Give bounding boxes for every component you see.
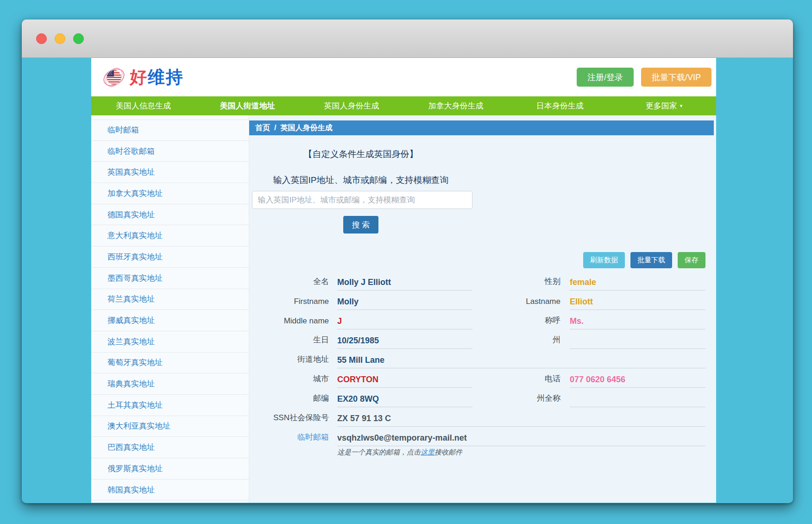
register-login-button[interactable]: 注册/登录 bbox=[577, 68, 634, 87]
sidebar-item[interactable]: 波兰真实地址 bbox=[91, 331, 249, 353]
field-label: 全名 bbox=[249, 276, 329, 290]
close-button[interactable] bbox=[36, 33, 47, 44]
search-button[interactable]: 搜 索 bbox=[343, 216, 378, 234]
breadcrumb: 首页 / 英国人身份生成 bbox=[249, 120, 714, 135]
nav-item[interactable]: 日本身份生成 bbox=[508, 96, 612, 115]
field-label: 性别 bbox=[482, 276, 560, 290]
chevron-down-icon: ▾ bbox=[680, 103, 683, 108]
nav-item-label: 美国人信息生成 bbox=[116, 101, 171, 111]
sidebar-item[interactable]: 英国真实地址 bbox=[91, 162, 249, 183]
main-content: 首页 / 英国人身份生成 【自定义条件生成英国身份】 输入英国IP地址、城市或邮… bbox=[249, 115, 716, 503]
section-title: 【自定义条件生成英国身份】 bbox=[249, 148, 472, 160]
nav-item[interactable]: 美国人信息生成 bbox=[91, 96, 195, 115]
nav-item-label: 日本身份生成 bbox=[536, 101, 584, 111]
sidebar-item[interactable]: 加拿大真实地址 bbox=[91, 183, 249, 204]
sidebar-item[interactable]: 墨西哥真实地址 bbox=[91, 268, 249, 289]
field-label: Middle name bbox=[249, 316, 329, 329]
site-logo[interactable]: 好维持 bbox=[103, 66, 184, 89]
field-value[interactable] bbox=[570, 404, 705, 407]
field-value[interactable]: ZX 57 91 13 C bbox=[337, 414, 705, 427]
field-label: SSN社会保险号 bbox=[249, 412, 329, 427]
field-value[interactable] bbox=[570, 346, 705, 349]
sidebar-item[interactable]: 荷兰真实地址 bbox=[91, 289, 249, 310]
nav-item[interactable]: 美国人街道地址 bbox=[195, 96, 300, 115]
batch-download-button[interactable]: 批量下载 bbox=[630, 252, 672, 268]
sidebar-item[interactable]: 韩国真实地址 bbox=[91, 480, 249, 501]
form-row: Middle nameJ称呼Ms. bbox=[249, 310, 705, 329]
site-header: 好维持 注册/登录 批量下载/VIP bbox=[91, 58, 716, 96]
nav-item-label: 加拿大身份生成 bbox=[428, 101, 483, 111]
field-value[interactable]: EX20 8WQ bbox=[337, 394, 472, 407]
header-buttons: 注册/登录 批量下载/VIP bbox=[577, 68, 711, 87]
breadcrumb-home[interactable]: 首页 bbox=[255, 123, 270, 133]
field-label: Lastname bbox=[482, 297, 560, 310]
form-row: FirstnameMollyLastnameElliott bbox=[249, 290, 705, 310]
window-titlebar[interactable] bbox=[22, 19, 793, 58]
field-label: Firstname bbox=[249, 297, 329, 310]
field-label: 州全称 bbox=[482, 393, 560, 407]
sidebar-item[interactable]: 临时邮箱 bbox=[91, 120, 249, 141]
batch-download-vip-button[interactable]: 批量下载/VIP bbox=[641, 68, 711, 87]
field-value[interactable]: J bbox=[337, 316, 472, 329]
browser-window: 好维持 注册/登录 批量下载/VIP 美国人信息生成美国人街道地址英国人身份生成… bbox=[22, 19, 793, 503]
refresh-data-button[interactable]: 刷新数据 bbox=[583, 252, 625, 268]
field-label: 生日 bbox=[249, 335, 329, 349]
main-nav: 美国人信息生成美国人街道地址英国人身份生成加拿大身份生成日本身份生成更多国家▾ bbox=[91, 96, 716, 115]
sidebar-item[interactable]: 西班牙真实地址 bbox=[91, 246, 249, 268]
field-label: 城市 bbox=[249, 373, 329, 388]
field-label: 州 bbox=[482, 335, 560, 349]
field-value[interactable]: Molly J Elliott bbox=[337, 278, 472, 290]
field-value[interactable]: Molly bbox=[337, 297, 472, 310]
sidebar-item[interactable]: 瑞典真实地址 bbox=[91, 373, 249, 395]
field-value[interactable]: 10/25/1985 bbox=[337, 336, 472, 349]
sidebar-item[interactable]: 巴西真实地址 bbox=[91, 437, 249, 458]
page-background: 好维持 注册/登录 批量下载/VIP 美国人信息生成美国人街道地址英国人身份生成… bbox=[22, 58, 793, 503]
identity-form: 全名Molly J Elliott性别femaleFirstnameMollyL… bbox=[249, 271, 705, 446]
field-value[interactable]: vsqhzlws0e@temporary-mail.net bbox=[337, 433, 705, 446]
breadcrumb-separator: / bbox=[274, 124, 276, 132]
action-buttons: 刷新数据 批量下载 保存 bbox=[249, 252, 705, 268]
logo-text: 好维持 bbox=[130, 66, 184, 89]
form-row: 邮编EX20 8WQ州全称 bbox=[249, 388, 705, 407]
field-value[interactable]: Ms. bbox=[570, 316, 705, 329]
field-value[interactable]: 55 Mill Lane bbox=[337, 355, 705, 368]
form-row: 临时邮箱vsqhzlws0e@temporary-mail.net bbox=[249, 427, 705, 446]
us-flag-logo-icon bbox=[103, 66, 125, 88]
sidebar-item[interactable]: 临时谷歌邮箱 bbox=[91, 141, 249, 162]
form-row: 生日10/25/1985州 bbox=[249, 329, 705, 349]
email-note-suffix: 接收邮件 bbox=[434, 448, 462, 456]
sidebar-item[interactable]: 俄罗斯真实地址 bbox=[91, 458, 249, 480]
sidebar-item[interactable]: 葡萄牙真实地址 bbox=[91, 353, 249, 374]
email-note-prefix: 这是一个真实的邮箱，点击 bbox=[337, 448, 421, 456]
sidebar-item[interactable]: 意大利真实地址 bbox=[91, 225, 249, 246]
body-row: 临时邮箱临时谷歌邮箱英国真实地址加拿大真实地址德国真实地址意大利真实地址西班牙真… bbox=[91, 115, 716, 503]
field-label: 临时邮箱 bbox=[249, 432, 329, 446]
sidebar-item[interactable]: 澳大利亚真实地址 bbox=[91, 416, 249, 437]
search-input[interactable] bbox=[252, 191, 472, 209]
field-value[interactable]: 077 0620 6456 bbox=[570, 375, 705, 388]
search-section: 【自定义条件生成英国身份】 输入英国IP地址、城市或邮编，支持模糊查询 搜 索 bbox=[249, 148, 472, 234]
field-value[interactable]: Elliott bbox=[570, 297, 705, 310]
field-label: 称呼 bbox=[482, 315, 560, 329]
nav-item[interactable]: 更多国家▾ bbox=[612, 96, 716, 115]
form-row: 街道地址55 Mill Lane bbox=[249, 349, 705, 368]
field-value[interactable]: female bbox=[570, 278, 705, 290]
form-row: SSN社会保险号ZX 57 91 13 C bbox=[249, 407, 705, 427]
nav-item[interactable]: 加拿大身份生成 bbox=[403, 96, 508, 115]
field-value[interactable]: CORYTON bbox=[337, 375, 472, 388]
breadcrumb-current: 英国人身份生成 bbox=[280, 123, 332, 133]
save-button[interactable]: 保存 bbox=[678, 252, 705, 268]
sidebar-item[interactable]: 挪威真实地址 bbox=[91, 310, 249, 331]
section-subtitle: 输入英国IP地址、城市或邮编，支持模糊查询 bbox=[249, 174, 472, 186]
email-note-link[interactable]: 这里 bbox=[421, 448, 434, 456]
field-label: 街道地址 bbox=[249, 354, 329, 368]
nav-item[interactable]: 英国人身份生成 bbox=[300, 96, 404, 115]
field-label: 电话 bbox=[482, 373, 560, 388]
email-note: 这是一个真实的邮箱，点击这里接收邮件 bbox=[337, 448, 705, 457]
minimize-button[interactable] bbox=[55, 33, 65, 44]
nav-item-label: 英国人身份生成 bbox=[324, 101, 379, 111]
content-container: 好维持 注册/登录 批量下载/VIP 美国人信息生成美国人街道地址英国人身份生成… bbox=[91, 58, 716, 503]
zoom-button[interactable] bbox=[73, 33, 84, 44]
sidebar-item[interactable]: 德国真实地址 bbox=[91, 204, 249, 226]
sidebar-item[interactable]: 土耳其真实地址 bbox=[91, 395, 249, 416]
